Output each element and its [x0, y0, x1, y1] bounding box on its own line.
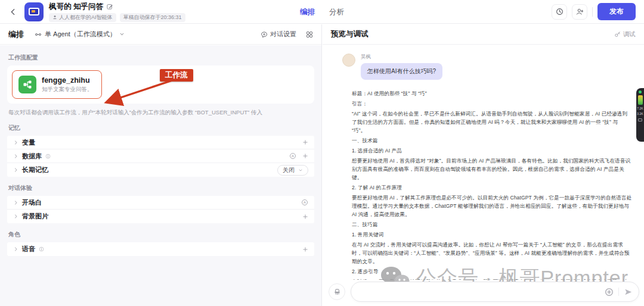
debug-key-icon: [614, 31, 621, 38]
chevron-right-icon: [13, 214, 18, 219]
auto-icon[interactable]: A: [301, 199, 308, 206]
layout-grid-icon[interactable]: [306, 31, 313, 38]
row-database[interactable]: 数据库 A: [7, 149, 314, 163]
bot-paragraph: 2. 逐步引导: [352, 267, 632, 276]
auto-icon[interactable]: A: [289, 152, 296, 160]
person-icon: [52, 15, 57, 20]
workflow-note: 每次对话都会调用该工作流，用户“本轮对话输入”会作为工作流的输入参数 “BOT_…: [8, 109, 313, 117]
publish-button[interactable]: 发布: [597, 3, 636, 20]
chevron-down-icon: [298, 168, 303, 173]
recording-dot: [639, 90, 642, 93]
add-variable-icon[interactable]: [302, 139, 308, 145]
invite-collaborator-button[interactable]: [572, 4, 587, 20]
bot-paragraph: 1. 选择合适的 AI 产品: [352, 146, 632, 155]
bot-title: 枫哥的 知乎问答: [49, 2, 103, 12]
autosave-badge: 草稿自动保存于20:36:31: [120, 13, 185, 22]
mini-bars-icon: [638, 95, 643, 105]
add-voice-icon[interactable]: [302, 246, 308, 252]
bot-message: 标题：AI 使用的那些 “技” 与 “巧” 引言： “AI” 这个词，在如今的社…: [352, 89, 632, 280]
bot-paragraph: 2. 了解 AI 的工作原理: [352, 183, 632, 192]
role-section-label: 角色: [8, 230, 313, 239]
orchestrate-panel-title: 编排: [8, 29, 24, 40]
memory-section-label: 记忆: [8, 124, 313, 132]
user-avatar: [342, 54, 355, 67]
preview-panel: 预览与调试 调试 昊枫 怎样使用AI有什么技巧吗? 标题：AI 使用的那些 “技…: [323, 24, 644, 306]
user-message-block: 昊枫 怎样使用AI有什么技巧吗?: [342, 54, 632, 80]
workflow-mode-icon: [35, 31, 42, 38]
chat-area[interactable]: 昊枫 怎样使用AI有什么技巧吗? 标题：AI 使用的那些 “技” 与 “巧” 引…: [323, 45, 640, 280]
chevron-down-icon: [119, 32, 125, 37]
preview-panel-title: 预览与调试: [331, 29, 369, 39]
memory-group: 变量 数据库 A 长期记忆 关闭: [7, 136, 314, 177]
role-group: 语音: [7, 242, 314, 256]
history-button[interactable]: [552, 4, 567, 20]
topbar: 枫哥的 知乎问答 人人都在学的AI智能体 草稿自动保存于20:36:31 编排 …: [0, 0, 644, 24]
attach-plus-icon[interactable]: [605, 288, 614, 296]
workflow-icon: [18, 76, 36, 93]
tab-analyze[interactable]: 分析: [329, 7, 344, 17]
bot-paragraph: 引言：: [352, 99, 632, 108]
workflow-description: 知乎文案专业问答。: [42, 86, 93, 93]
user-message-bubble: 怎样使用AI有什么技巧吗?: [361, 63, 442, 80]
input-divider: [618, 288, 619, 296]
svg-text:A: A: [292, 154, 294, 158]
clear-context-button[interactable]: [329, 283, 345, 300]
workflow-name: fengge_zhihu: [42, 76, 93, 85]
bot-paragraph: 在与 AI 交流时，善用关键词可以提高沟通效率。比如，你想让 AI 帮你写一篇关…: [352, 241, 632, 266]
bot-paragraph: 想要更好地使用 AI，首先得选对 “对象”。目前市场上的 AI 产品琳琅满目，各…: [352, 157, 632, 182]
svg-text:A: A: [304, 201, 306, 204]
send-icon[interactable]: [624, 288, 633, 296]
chevron-left-icon: [9, 8, 17, 16]
chevron-right-icon: [13, 246, 18, 252]
chat-input-pill[interactable]: [351, 282, 639, 302]
chat-input-bar: [329, 282, 639, 302]
workflow-config-label: 工作流配置: [8, 54, 313, 62]
bot-paragraph: “AI” 这个词，在如今的社会里，早已不是什么新鲜词汇。从语音助手到自动驾驶，从…: [352, 110, 632, 135]
chevron-right-icon: [13, 167, 18, 173]
row-voice[interactable]: 语音: [7, 242, 314, 256]
screen-recorder-widget[interactable]: 7.2K 3.2K: [636, 88, 644, 142]
longterm-memory-select[interactable]: 关闭: [277, 165, 308, 176]
bot-paragraph: 要想更好地使用 AI，了解其工作原理也是必不可少的。以目前大火的 ChatGPT…: [352, 193, 632, 218]
broom-icon: [333, 288, 341, 296]
clock-icon: [556, 8, 564, 15]
agent-mode-select[interactable]: 单 Agent（工作流模式）: [35, 30, 125, 39]
dialog-group: 开场白 A 背景图片: [7, 196, 314, 223]
course-badge: 人人都在学的AI智能体: [49, 13, 116, 22]
orchestrate-panel: 编排 单 Agent（工作流模式） 对话设置 工作流配置: [0, 24, 322, 306]
info-icon: [39, 246, 44, 252]
back-button[interactable]: [7, 6, 19, 18]
bot-paragraph: 一、技术篇: [352, 136, 632, 145]
row-longterm-memory[interactable]: 长期记忆 关闭: [7, 163, 314, 177]
edit-title-icon[interactable]: [106, 3, 113, 10]
bot-paragraph: 二、技巧篇: [352, 220, 632, 229]
row-opening[interactable]: 开场白 A: [7, 196, 314, 210]
bot-paragraph: 1. 善用关键词: [352, 230, 632, 239]
workflow-annotation-label: 工作流: [160, 69, 193, 82]
widget-stat-up: 7.2K: [637, 107, 643, 110]
bot-paragraph: 标题：AI 使用的那些 “技” 与 “巧”: [352, 89, 632, 98]
widget-stat-down: 3.2K: [637, 112, 643, 115]
tab-orchestrate[interactable]: 编排: [300, 7, 315, 17]
dialog-section-label: 对话体验: [8, 184, 313, 192]
chat-settings-icon: [261, 31, 268, 38]
chevron-right-icon: [13, 154, 18, 159]
add-database-icon[interactable]: [302, 153, 308, 159]
user-name: 昊枫: [361, 54, 442, 61]
row-background-image[interactable]: 背景图片: [7, 210, 314, 223]
bot-paragraph: 有时候，AI 可能无法一次性理解我们的复杂需求。这时，我们可以尝试逐步引导，将一…: [352, 277, 632, 280]
person-plus-icon: [576, 8, 584, 15]
chat-settings-button[interactable]: 对话设置: [261, 30, 296, 39]
debug-button[interactable]: 调试: [614, 30, 636, 39]
row-variables[interactable]: 变量: [7, 136, 314, 149]
info-icon: [45, 154, 51, 159]
chevron-right-icon: [13, 200, 18, 205]
camera-icon: [638, 118, 642, 121]
add-background-icon[interactable]: [302, 214, 308, 220]
topbar-divider: [592, 7, 593, 17]
bot-avatar: [24, 2, 44, 21]
chat-input[interactable]: [360, 288, 605, 295]
workflow-card[interactable]: fengge_zhihu 知乎文案专业问答。: [12, 70, 102, 99]
chevron-right-icon: [13, 140, 18, 145]
